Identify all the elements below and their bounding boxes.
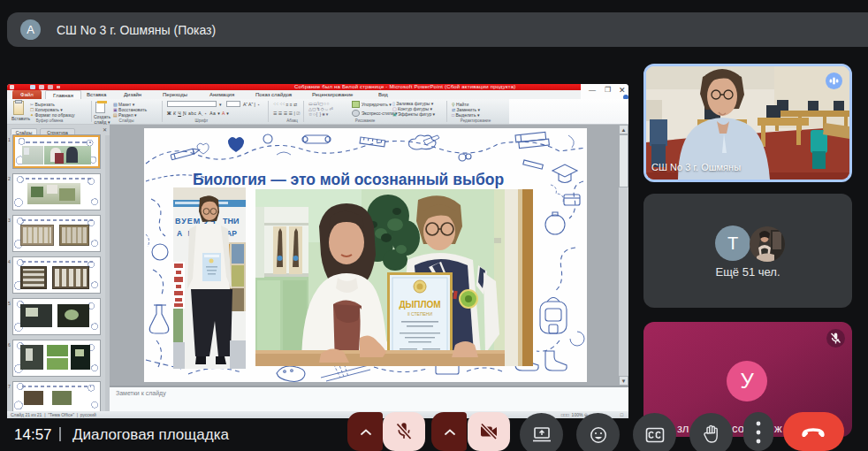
svg-text:ТНИ: ТНИ [223, 217, 239, 226]
svg-text:II СТЕПЕНИ: II СТЕПЕНИ [407, 311, 433, 317]
svg-text:Биология — это мой осознанный: Биология — это мой осознанный выбор [193, 171, 504, 188]
svg-text:ДЫПЛОМ: ДЫПЛОМ [399, 300, 440, 310]
